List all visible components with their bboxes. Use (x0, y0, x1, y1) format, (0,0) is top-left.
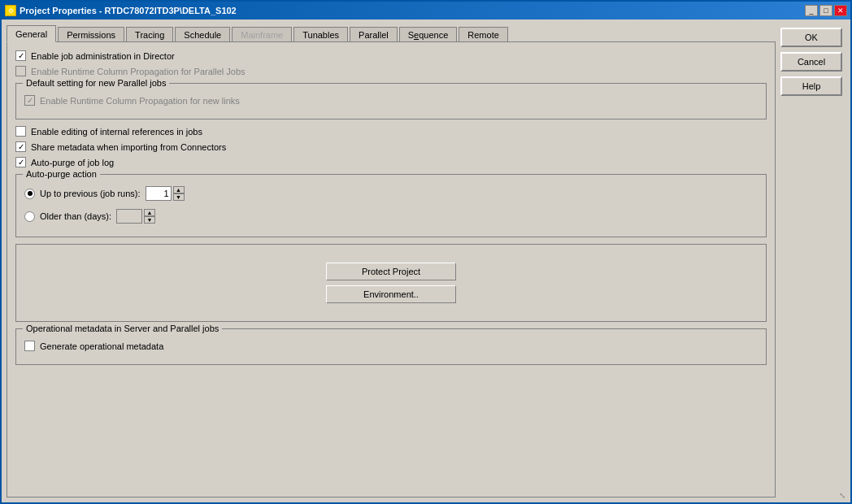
enable-runtime-col-row: Enable Runtime Column Propagation for Pa… (15, 66, 767, 76)
default-parallel-group: Default setting for new Parallel jobs En… (15, 83, 767, 119)
tab-schedule[interactable]: Schedule (175, 27, 230, 42)
job-runs-input[interactable] (146, 186, 172, 201)
generate-operational-row: Generate operational metadata (24, 341, 758, 351)
tab-sequence[interactable]: Sequence (399, 27, 458, 42)
project-buttons-box: Protect Project Environment.. (15, 244, 767, 322)
enable-runtime-col-checkbox (15, 66, 26, 76)
enable-editing-row: Enable editing of internal references in… (15, 126, 767, 137)
maximize-button[interactable]: □ (819, 5, 832, 16)
generate-operational-label: Generate operational metadata (40, 341, 163, 351)
operational-metadata-title: Operational metadata in Server and Paral… (23, 324, 222, 333)
tab-mainframe: Mainframe (232, 27, 292, 42)
up-to-previous-row: Up to previous (job runs): ▲ ▼ (24, 186, 758, 201)
protect-project-button[interactable]: Protect Project (326, 263, 456, 280)
job-runs-down-button[interactable]: ▼ (173, 193, 185, 201)
enable-editing-checkbox[interactable] (15, 126, 26, 137)
environment-button[interactable]: Environment.. (326, 285, 456, 303)
share-metadata-row: Share metadata when importing from Conne… (15, 141, 767, 152)
auto-purge-label: Auto-purge of job log (31, 158, 114, 167)
side-buttons-panel: OK Cancel Help (780, 24, 845, 497)
close-button[interactable]: ✕ (834, 5, 847, 16)
enable-runtime-col-new-label: Enable Runtime Column Propagation for ne… (40, 96, 240, 106)
tab-parallel[interactable]: Parallel (350, 27, 398, 42)
job-runs-up-button[interactable]: ▲ (173, 186, 185, 193)
auto-purge-checkbox[interactable] (15, 157, 26, 167)
days-input (116, 209, 142, 224)
auto-purge-row: Auto-purge of job log (15, 157, 767, 167)
enable-job-admin-row: Enable job administration in Director (15, 50, 767, 61)
share-metadata-label: Share metadata when importing from Conne… (31, 142, 226, 152)
days-down-button: ▼ (144, 216, 155, 224)
window-icon: ⚙ (5, 5, 16, 16)
tab-tracing[interactable]: Tracing (126, 27, 173, 42)
resize-grip[interactable]: ⤡ (839, 491, 849, 501)
auto-purge-action-group: Auto-purge action Up to previous (job ru… (15, 174, 767, 237)
operational-metadata-group: Operational metadata in Server and Paral… (15, 328, 767, 365)
enable-job-admin-label: Enable job administration in Director (31, 51, 175, 61)
tab-tunables[interactable]: Tunables (293, 27, 348, 42)
older-than-label: Older than (days): (40, 211, 111, 221)
days-up-button: ▲ (144, 209, 155, 216)
default-parallel-title: Default setting for new Parallel jobs (23, 78, 169, 88)
ok-button[interactable]: OK (780, 28, 842, 47)
older-than-radio[interactable] (24, 211, 35, 222)
job-runs-spinner: ▲ ▼ (146, 186, 185, 201)
enable-runtime-col-new-checkbox (24, 95, 35, 106)
enable-runtime-col-new-row: Enable Runtime Column Propagation for ne… (24, 95, 758, 106)
older-than-row: Older than (days): ▲ ▼ (24, 209, 758, 224)
tab-remote[interactable]: Remote (459, 27, 508, 42)
up-to-previous-label: Up to previous (job runs): (40, 189, 141, 198)
tab-content-general: Enable job administration in Director En… (7, 41, 776, 497)
enable-editing-label: Enable editing of internal references in… (31, 127, 202, 137)
main-window: ⚙ Project Properties - RTDC78072ITD3P\DE… (0, 0, 852, 504)
days-spinner: ▲ ▼ (116, 209, 155, 224)
help-button[interactable]: Help (780, 76, 842, 96)
enable-job-admin-checkbox[interactable] (15, 50, 26, 61)
tab-permissions[interactable]: Permissions (58, 27, 124, 42)
tab-general[interactable]: General (7, 25, 56, 42)
share-metadata-checkbox[interactable] (15, 141, 26, 152)
generate-operational-checkbox[interactable] (24, 341, 35, 351)
minimize-button[interactable]: _ (805, 5, 818, 16)
window-title: Project Properties - RTDC78072ITD3P\DELT… (20, 6, 237, 15)
title-bar: ⚙ Project Properties - RTDC78072ITD3P\DE… (2, 2, 850, 20)
cancel-button[interactable]: Cancel (780, 52, 842, 72)
up-to-previous-radio[interactable] (24, 189, 35, 199)
tab-bar: General Permissions Tracing Schedule Mai… (7, 24, 776, 41)
auto-purge-action-title: Auto-purge action (23, 169, 100, 179)
enable-runtime-col-label: Enable Runtime Column Propagation for Pa… (31, 67, 246, 76)
